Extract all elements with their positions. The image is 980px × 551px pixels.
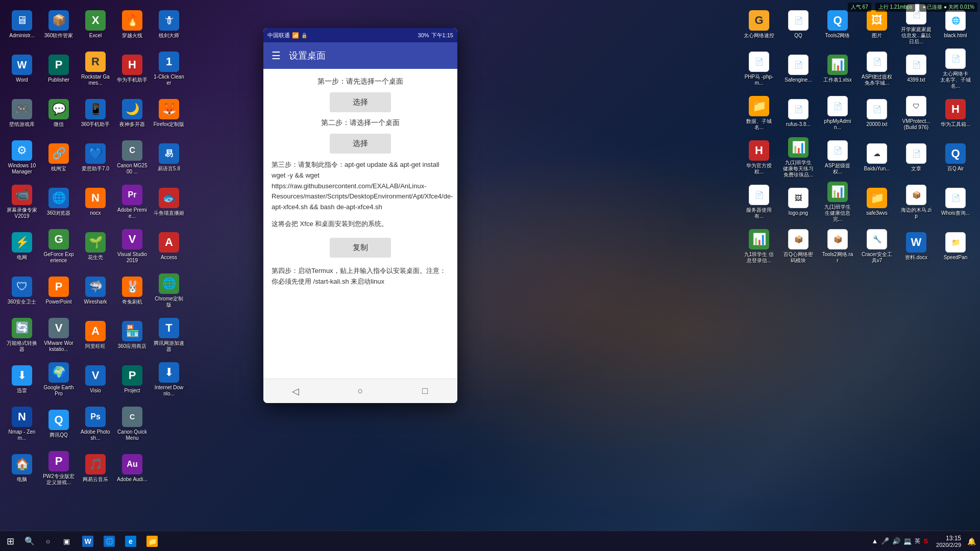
taskbar-sougou-icon[interactable]: S <box>923 537 928 545</box>
icon-huasheng[interactable]: 🌱 花生壳 <box>78 226 113 267</box>
icon-excel[interactable]: X Excel <box>78 4 113 45</box>
icon-baiduyun[interactable]: ☁ BaiduYun... <box>859 137 895 178</box>
icon-geforce[interactable]: G GeForce Experience <box>41 226 77 267</box>
icon-asp-folder[interactable]: 📄 ASP绕过提权免杀字城... <box>859 48 895 89</box>
icon-xianmu[interactable]: 🔗 线闸宝 <box>41 137 77 178</box>
icon-nmap[interactable]: N Nmap - Zenm... <box>4 404 40 444</box>
icon-alibaba[interactable]: A 阿里旺旺 <box>78 315 113 356</box>
icon-vmprotect[interactable]: 🛡 VMProtect... (Build 976) <box>898 93 934 134</box>
search-button[interactable]: 🔍 <box>20 532 39 550</box>
icon-baiduqair[interactable]: Q 百Q Air <box>938 137 973 178</box>
icon-biaoqing[interactable]: 🐟 斗鱼喵直播姬 <box>151 182 187 222</box>
start-button[interactable]: ⊞ <box>0 531 20 552</box>
icon-googleearth[interactable]: 🌍 Google Earth Pro <box>41 359 77 400</box>
icon-360home[interactable]: 🏠 电脑 <box>4 448 40 489</box>
icon-vmware[interactable]: V VMware Workstatio... <box>41 315 77 356</box>
icon-access[interactable]: A Access <box>151 226 187 267</box>
icon-diandian[interactable]: ⚡ 电网 <box>4 226 40 267</box>
taskbar-arrow-icon[interactable]: ▲ <box>872 537 878 545</box>
icon-word[interactable]: W Word <box>4 48 40 89</box>
icon-logo-png[interactable]: 🖼 logo.png <box>780 182 816 222</box>
icon-rufus[interactable]: 📄 rufus-3.8... <box>780 93 816 134</box>
icon-huagong[interactable]: H 华为工具箱... <box>938 93 973 134</box>
icon-toolsrar[interactable]: 📦 Tools2网络.rar <box>820 226 855 267</box>
icon-weixin[interactable]: 💬 微信 <box>41 93 77 134</box>
icon-whois[interactable]: 📄 Whois查询... <box>938 182 973 222</box>
icon-administr[interactable]: 🖥 Administr... <box>4 4 40 45</box>
icon-taixin[interactable]: 📄 QQ <box>780 4 816 45</box>
icon-xincom[interactable]: 📄 太心网络卡 太名字、子城名... <box>938 48 973 89</box>
icon-wanneng[interactable]: 🔄 万能格式转换器 <box>4 315 40 356</box>
icon-ppt[interactable]: P PowerPoint <box>41 270 77 311</box>
taskbar-mic-icon[interactable]: 🎤 <box>881 537 889 545</box>
step1-select-button[interactable]: 选择 <box>330 92 391 112</box>
icon-nocx[interactable]: N nocx <box>78 182 113 222</box>
icon-vs2019[interactable]: V Visual Studio 2019 <box>114 226 150 267</box>
icon-oneclick[interactable]: 1 1-Click Cleaner <box>151 48 187 89</box>
taskbar-explorer-app[interactable]: 📁 <box>142 531 162 552</box>
icon-win10mgr[interactable]: ⚙ Windows 10 Manager <box>4 137 40 178</box>
icon-aizhu[interactable]: 💙 爱思助手7.0 <box>78 137 113 178</box>
recent-button[interactable]: □ <box>414 380 436 403</box>
icon-20000txt[interactable]: 📄 20000.txt <box>859 93 895 134</box>
icon-rockstar[interactable]: R Rockstar Games... <box>78 48 113 89</box>
icon-safe3wvs[interactable]: 📁 safe3wvs <box>859 182 895 222</box>
icon-360safe[interactable]: 🛡 360安全卫士 <box>4 270 40 311</box>
icon-jiuciban[interactable]: 📊 九(1)班学生健康每天练习免费珍珠品... <box>780 137 816 178</box>
taskview-button[interactable]: ▣ <box>57 532 76 550</box>
icon-360store[interactable]: 🏪 360应用商店 <box>114 315 150 356</box>
home-button[interactable]: ○ <box>349 380 372 403</box>
icon-4399txt[interactable]: 📄 4399.txt <box>898 48 934 89</box>
icon-chuanyue[interactable]: 🔥 穿越火线 <box>114 4 150 45</box>
icon-asuper[interactable]: 📄 ASP超级提权... <box>820 137 855 178</box>
icon-shuju[interactable]: 📁 数据、子城名... <box>741 93 777 134</box>
icon-caiwu[interactable]: 🗡 线剑大师 <box>151 4 187 45</box>
icon-tengame[interactable]: T 腾讯网游加速器 <box>151 315 187 356</box>
icon-huawei[interactable]: H 华为手机助手 <box>114 48 150 89</box>
icon-speedpan[interactable]: 📁 SpeedPan <box>938 226 973 267</box>
taskbar-ime-icon[interactable]: 英 <box>915 537 920 545</box>
icon-wireshark[interactable]: 🦈 Wireshark <box>78 270 113 311</box>
icon-cracker[interactable]: 🔧 Cracer安全工具v7 <box>859 226 895 267</box>
icon-chrome[interactable]: 🌐 Chrome定制版 <box>151 270 187 311</box>
icon-mianfei[interactable]: 🐰 奇兔刷机 <box>114 270 150 311</box>
step2-select-button[interactable]: 选择 <box>330 134 391 154</box>
icon-internet-dl[interactable]: ⬇ Internet Downlo... <box>151 359 187 400</box>
icon-screen-recorder[interactable]: 📹 屏幕录像专家V2019 <box>4 182 40 222</box>
icon-gta5[interactable]: G 太心网络速控 <box>741 4 777 45</box>
cortana-button[interactable]: ○ <box>39 532 57 550</box>
icon-gongzuobiao[interactable]: 📊 工作表1.xlsx <box>820 48 855 89</box>
icon-pw2[interactable]: P PW2专业版宏定义游戏... <box>41 448 77 489</box>
taskbar-clock[interactable]: 13:15 2020/2/29 <box>932 535 965 548</box>
app-content-area[interactable]: 第一步：请先选择一个桌面 选择 第二步：请选择一个桌面 选择 第三步：请复制此指… <box>263 69 457 379</box>
icon-yingdi[interactable]: ⬇ 迅雷 <box>4 359 40 400</box>
icon-firefox[interactable]: 🦊 Firefox定制版 <box>151 93 187 134</box>
icon-project[interactable]: P Project <box>114 359 150 400</box>
icon-safengine[interactable]: 📄 Safengine... <box>780 48 816 89</box>
icon-adobepre[interactable]: Pr Adobe Premie... <box>114 182 150 222</box>
icon-yeshen[interactable]: 🌙 夜神多开器 <box>114 93 150 134</box>
icon-qq[interactable]: Q 腾讯QQ <box>41 404 77 444</box>
icon-adobeps[interactable]: Ps Adobe Photosh... <box>78 404 113 444</box>
icon-adobeaudi[interactable]: Au Adobe Audi... <box>114 448 150 489</box>
taskbar-edge-app[interactable]: e <box>120 531 141 552</box>
back-button[interactable]: ◁ <box>284 380 307 403</box>
icon-wenzhang[interactable]: 📄 文章 <box>898 137 934 178</box>
icon-yishu[interactable]: 易 易语言5.8 <box>151 137 187 178</box>
taskbar-network-icon[interactable]: 💻 <box>903 537 912 545</box>
taskbar-word-app[interactable]: W <box>78 531 98 552</box>
icon-publisher[interactable]: P Publisher <box>41 48 77 89</box>
icon-360mobile[interactable]: 📱 360手机助手 <box>78 93 113 134</box>
icon-haibian[interactable]: 📦 海边的木马.zip <box>898 182 934 222</box>
icon-canonqm[interactable]: C Canon Quick Menu <box>114 404 150 444</box>
hamburger-menu-button[interactable]: ☰ <box>272 49 281 62</box>
copy-button[interactable]: 复制 <box>330 238 391 258</box>
icon-360soft[interactable]: 📦 360软件管家 <box>41 4 77 45</box>
icon-phpma[interactable]: 📄 PHP马 -php-m... <box>741 48 777 89</box>
icon-360speed[interactable]: 🌐 360浏览器 <box>41 182 77 222</box>
icon-jiu1ban2[interactable]: 📊 九1班学生 信息登录信... <box>741 226 777 267</box>
taskbar-browser-app[interactable]: 🌐 <box>99 531 119 552</box>
icon-wallpaper-game[interactable]: 🎮 壁纸游戏库 <box>4 93 40 134</box>
icon-visio[interactable]: V Visio <box>78 359 113 400</box>
icon-canonmg[interactable]: C Canon MG2500 ... <box>114 137 150 178</box>
